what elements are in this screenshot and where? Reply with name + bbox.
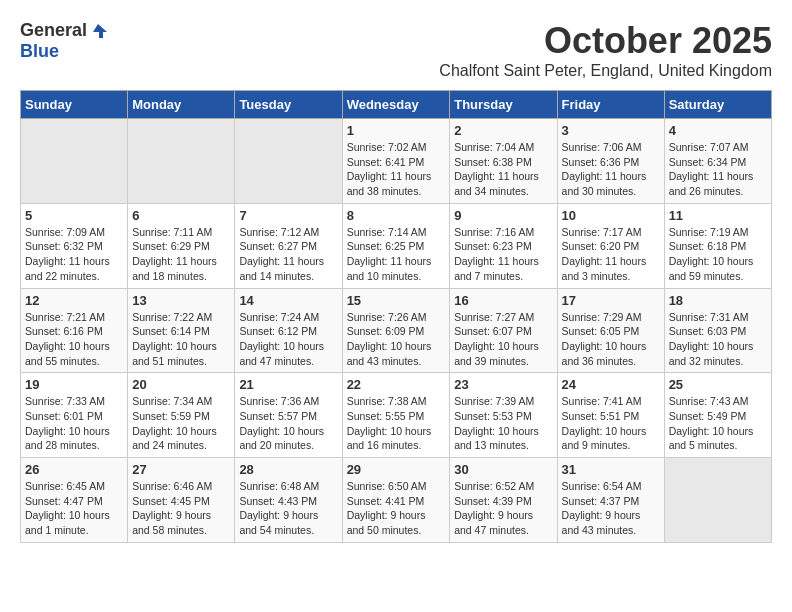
- calendar-cell: 14Sunrise: 7:24 AM Sunset: 6:12 PM Dayli…: [235, 288, 342, 373]
- day-info: Sunrise: 7:38 AM Sunset: 5:55 PM Dayligh…: [347, 394, 446, 453]
- calendar-cell: 10Sunrise: 7:17 AM Sunset: 6:20 PM Dayli…: [557, 203, 664, 288]
- day-number: 23: [454, 377, 552, 392]
- day-info: Sunrise: 7:29 AM Sunset: 6:05 PM Dayligh…: [562, 310, 660, 369]
- month-title: October 2025: [439, 20, 772, 62]
- logo-bird-icon: [89, 22, 107, 40]
- day-number: 28: [239, 462, 337, 477]
- calendar-cell: 31Sunrise: 6:54 AM Sunset: 4:37 PM Dayli…: [557, 458, 664, 543]
- calendar-cell: 3Sunrise: 7:06 AM Sunset: 6:36 PM Daylig…: [557, 119, 664, 204]
- day-info: Sunrise: 7:39 AM Sunset: 5:53 PM Dayligh…: [454, 394, 552, 453]
- calendar-cell: 21Sunrise: 7:36 AM Sunset: 5:57 PM Dayli…: [235, 373, 342, 458]
- calendar-cell: 18Sunrise: 7:31 AM Sunset: 6:03 PM Dayli…: [664, 288, 771, 373]
- calendar-cell: [235, 119, 342, 204]
- day-number: 16: [454, 293, 552, 308]
- day-info: Sunrise: 7:04 AM Sunset: 6:38 PM Dayligh…: [454, 140, 552, 199]
- day-info: Sunrise: 7:31 AM Sunset: 6:03 PM Dayligh…: [669, 310, 767, 369]
- calendar-cell: 22Sunrise: 7:38 AM Sunset: 5:55 PM Dayli…: [342, 373, 450, 458]
- day-number: 13: [132, 293, 230, 308]
- day-info: Sunrise: 6:54 AM Sunset: 4:37 PM Dayligh…: [562, 479, 660, 538]
- day-info: Sunrise: 7:33 AM Sunset: 6:01 PM Dayligh…: [25, 394, 123, 453]
- calendar-cell: 2Sunrise: 7:04 AM Sunset: 6:38 PM Daylig…: [450, 119, 557, 204]
- day-number: 15: [347, 293, 446, 308]
- day-info: Sunrise: 7:16 AM Sunset: 6:23 PM Dayligh…: [454, 225, 552, 284]
- calendar-cell: 17Sunrise: 7:29 AM Sunset: 6:05 PM Dayli…: [557, 288, 664, 373]
- day-info: Sunrise: 6:46 AM Sunset: 4:45 PM Dayligh…: [132, 479, 230, 538]
- day-number: 1: [347, 123, 446, 138]
- calendar-cell: 28Sunrise: 6:48 AM Sunset: 4:43 PM Dayli…: [235, 458, 342, 543]
- calendar-cell: 12Sunrise: 7:21 AM Sunset: 6:16 PM Dayli…: [21, 288, 128, 373]
- day-number: 3: [562, 123, 660, 138]
- calendar-header-wednesday: Wednesday: [342, 91, 450, 119]
- calendar-header-row: SundayMondayTuesdayWednesdayThursdayFrid…: [21, 91, 772, 119]
- calendar-cell: 20Sunrise: 7:34 AM Sunset: 5:59 PM Dayli…: [128, 373, 235, 458]
- day-info: Sunrise: 7:07 AM Sunset: 6:34 PM Dayligh…: [669, 140, 767, 199]
- day-info: Sunrise: 6:48 AM Sunset: 4:43 PM Dayligh…: [239, 479, 337, 538]
- calendar-header-monday: Monday: [128, 91, 235, 119]
- day-number: 31: [562, 462, 660, 477]
- calendar-header-friday: Friday: [557, 91, 664, 119]
- logo-general: General: [20, 20, 87, 41]
- day-number: 27: [132, 462, 230, 477]
- day-number: 26: [25, 462, 123, 477]
- calendar-cell: 25Sunrise: 7:43 AM Sunset: 5:49 PM Dayli…: [664, 373, 771, 458]
- day-number: 2: [454, 123, 552, 138]
- calendar-cell: [128, 119, 235, 204]
- calendar-cell: 9Sunrise: 7:16 AM Sunset: 6:23 PM Daylig…: [450, 203, 557, 288]
- day-number: 9: [454, 208, 552, 223]
- day-number: 8: [347, 208, 446, 223]
- calendar-cell: 6Sunrise: 7:11 AM Sunset: 6:29 PM Daylig…: [128, 203, 235, 288]
- day-number: 17: [562, 293, 660, 308]
- day-number: 10: [562, 208, 660, 223]
- day-info: Sunrise: 7:26 AM Sunset: 6:09 PM Dayligh…: [347, 310, 446, 369]
- day-number: 22: [347, 377, 446, 392]
- day-info: Sunrise: 6:52 AM Sunset: 4:39 PM Dayligh…: [454, 479, 552, 538]
- day-number: 19: [25, 377, 123, 392]
- calendar-header-saturday: Saturday: [664, 91, 771, 119]
- day-number: 18: [669, 293, 767, 308]
- calendar-cell: 15Sunrise: 7:26 AM Sunset: 6:09 PM Dayli…: [342, 288, 450, 373]
- calendar-week-row: 12Sunrise: 7:21 AM Sunset: 6:16 PM Dayli…: [21, 288, 772, 373]
- day-info: Sunrise: 7:43 AM Sunset: 5:49 PM Dayligh…: [669, 394, 767, 453]
- day-info: Sunrise: 7:17 AM Sunset: 6:20 PM Dayligh…: [562, 225, 660, 284]
- day-info: Sunrise: 7:11 AM Sunset: 6:29 PM Dayligh…: [132, 225, 230, 284]
- calendar-cell: 16Sunrise: 7:27 AM Sunset: 6:07 PM Dayli…: [450, 288, 557, 373]
- calendar-week-row: 19Sunrise: 7:33 AM Sunset: 6:01 PM Dayli…: [21, 373, 772, 458]
- day-info: Sunrise: 6:45 AM Sunset: 4:47 PM Dayligh…: [25, 479, 123, 538]
- day-info: Sunrise: 7:41 AM Sunset: 5:51 PM Dayligh…: [562, 394, 660, 453]
- calendar-cell: 1Sunrise: 7:02 AM Sunset: 6:41 PM Daylig…: [342, 119, 450, 204]
- day-number: 24: [562, 377, 660, 392]
- day-number: 14: [239, 293, 337, 308]
- day-number: 6: [132, 208, 230, 223]
- day-info: Sunrise: 7:02 AM Sunset: 6:41 PM Dayligh…: [347, 140, 446, 199]
- day-info: Sunrise: 7:22 AM Sunset: 6:14 PM Dayligh…: [132, 310, 230, 369]
- calendar-cell: 7Sunrise: 7:12 AM Sunset: 6:27 PM Daylig…: [235, 203, 342, 288]
- calendar-header-tuesday: Tuesday: [235, 91, 342, 119]
- calendar-week-row: 1Sunrise: 7:02 AM Sunset: 6:41 PM Daylig…: [21, 119, 772, 204]
- page-header: General Blue October 2025 Chalfont Saint…: [20, 20, 772, 80]
- calendar-cell: 23Sunrise: 7:39 AM Sunset: 5:53 PM Dayli…: [450, 373, 557, 458]
- day-info: Sunrise: 6:50 AM Sunset: 4:41 PM Dayligh…: [347, 479, 446, 538]
- day-number: 4: [669, 123, 767, 138]
- calendar-week-row: 26Sunrise: 6:45 AM Sunset: 4:47 PM Dayli…: [21, 458, 772, 543]
- day-info: Sunrise: 7:09 AM Sunset: 6:32 PM Dayligh…: [25, 225, 123, 284]
- svg-marker-0: [93, 24, 107, 38]
- day-number: 12: [25, 293, 123, 308]
- calendar-cell: 19Sunrise: 7:33 AM Sunset: 6:01 PM Dayli…: [21, 373, 128, 458]
- calendar-cell: 8Sunrise: 7:14 AM Sunset: 6:25 PM Daylig…: [342, 203, 450, 288]
- calendar-cell: 26Sunrise: 6:45 AM Sunset: 4:47 PM Dayli…: [21, 458, 128, 543]
- day-number: 7: [239, 208, 337, 223]
- day-info: Sunrise: 7:34 AM Sunset: 5:59 PM Dayligh…: [132, 394, 230, 453]
- day-info: Sunrise: 7:21 AM Sunset: 6:16 PM Dayligh…: [25, 310, 123, 369]
- calendar-cell: 27Sunrise: 6:46 AM Sunset: 4:45 PM Dayli…: [128, 458, 235, 543]
- calendar-header-sunday: Sunday: [21, 91, 128, 119]
- day-info: Sunrise: 7:14 AM Sunset: 6:25 PM Dayligh…: [347, 225, 446, 284]
- calendar-cell: [664, 458, 771, 543]
- day-number: 20: [132, 377, 230, 392]
- day-number: 29: [347, 462, 446, 477]
- calendar-cell: 29Sunrise: 6:50 AM Sunset: 4:41 PM Dayli…: [342, 458, 450, 543]
- calendar-cell: 13Sunrise: 7:22 AM Sunset: 6:14 PM Dayli…: [128, 288, 235, 373]
- calendar-cell: [21, 119, 128, 204]
- calendar-cell: 5Sunrise: 7:09 AM Sunset: 6:32 PM Daylig…: [21, 203, 128, 288]
- day-number: 11: [669, 208, 767, 223]
- day-number: 21: [239, 377, 337, 392]
